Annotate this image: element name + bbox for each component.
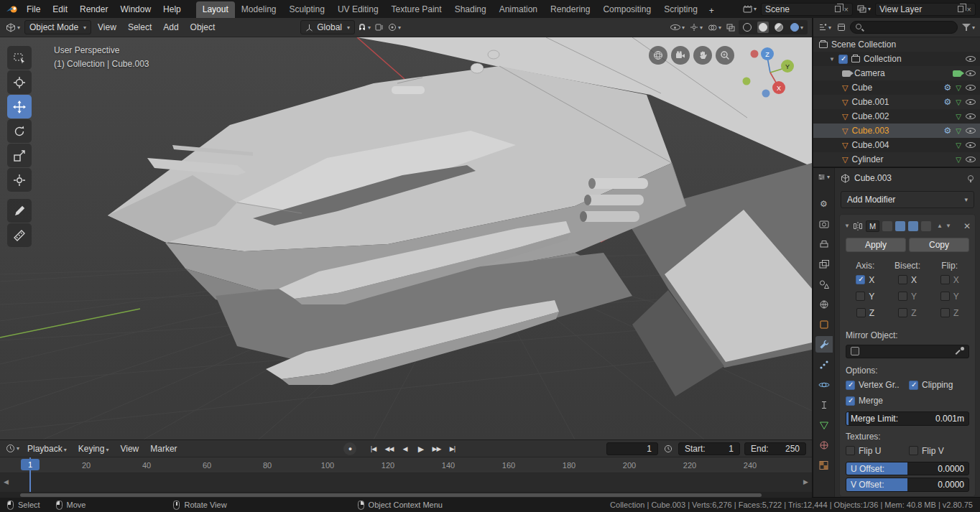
- remove-view-layer-icon[interactable]: ×: [967, 5, 971, 14]
- eye-icon[interactable]: [966, 155, 976, 164]
- axis-x-checkbox[interactable]: [856, 275, 865, 284]
- transform-tool[interactable]: [7, 168, 32, 192]
- shading-rendered-icon[interactable]: [789, 22, 805, 33]
- mesh-data-icon[interactable]: [956, 111, 961, 121]
- disclosure-icon[interactable]: ▼: [829, 56, 835, 62]
- unlink-scene-icon[interactable]: ×: [844, 5, 849, 14]
- timeline-scrollbar[interactable]: [0, 492, 812, 498]
- camera-data-icon[interactable]: [953, 70, 961, 77]
- tab-output[interactable]: [815, 236, 833, 252]
- play-reverse-button[interactable]: ◀: [398, 442, 412, 455]
- gizmos-icon[interactable]: [688, 22, 704, 33]
- outliner-row-cube[interactable]: Cube: [813, 80, 980, 95]
- modifier-move-down-icon[interactable]: ▼: [946, 223, 951, 229]
- viewport-3d[interactable]: User Perspective (1) Collection | Cube.0…: [0, 37, 812, 439]
- modifier-cage-toggle[interactable]: [921, 221, 931, 231]
- tab-layout[interactable]: Layout: [196, 1, 235, 18]
- overlays-icon[interactable]: [706, 22, 723, 33]
- blender-logo-icon[interactable]: [4, 3, 20, 16]
- collection-checkbox[interactable]: [838, 55, 848, 64]
- pan-hand-icon[interactable]: [693, 46, 712, 65]
- vertex-groups-checkbox[interactable]: [846, 381, 855, 390]
- flip-y-checkbox[interactable]: [940, 292, 950, 301]
- outliner-row-cube002[interactable]: Cube.002: [813, 109, 980, 124]
- tab-constraints[interactable]: [815, 396, 833, 413]
- modifier-name-field[interactable]: M: [866, 220, 879, 232]
- eye-icon[interactable]: [966, 83, 976, 92]
- measure-tool[interactable]: [7, 223, 32, 247]
- tab-view-layer[interactable]: [815, 256, 833, 272]
- view-layer-selector[interactable]: View Layer ×: [875, 3, 976, 16]
- frame-ruler[interactable]: 20 40 60 80 100 120 140 160 180 200 220 …: [0, 457, 812, 473]
- playback-menu[interactable]: Playback: [22, 441, 72, 457]
- tab-world[interactable]: [815, 296, 833, 312]
- annotate-tool[interactable]: [7, 199, 32, 223]
- marker-menu[interactable]: Marker: [145, 441, 182, 457]
- eye-icon[interactable]: [966, 112, 976, 121]
- prev-keyframe-button[interactable]: ◀◀: [382, 442, 396, 455]
- eyedropper-icon[interactable]: [956, 347, 964, 355]
- eye-icon[interactable]: [966, 55, 976, 63]
- snap-toggle-icon[interactable]: [374, 22, 385, 32]
- mirror-object-field[interactable]: [846, 345, 969, 359]
- jump-to-end-button[interactable]: ▶|: [445, 442, 459, 455]
- cursor-tool[interactable]: [7, 70, 32, 94]
- tab-scripting[interactable]: Scripting: [657, 1, 704, 18]
- tab-shading[interactable]: Shading: [448, 1, 493, 18]
- tab-uv-editing[interactable]: UV Editing: [331, 1, 385, 18]
- clipping-checkbox[interactable]: [909, 381, 918, 390]
- mode-dropdown[interactable]: Object Mode: [24, 20, 91, 34]
- view-menu[interactable]: View: [93, 19, 121, 35]
- outliner-display-mode-icon[interactable]: [836, 22, 847, 33]
- keyframe-track[interactable]: [0, 473, 812, 492]
- outliner-search-input[interactable]: [850, 21, 958, 34]
- transform-orientation-dropdown[interactable]: Global: [300, 20, 355, 34]
- mesh-data-icon[interactable]: [956, 83, 961, 93]
- axis-y-checkbox[interactable]: [856, 292, 865, 301]
- outliner-row-scene-collection[interactable]: Scene Collection: [813, 37, 980, 52]
- wrench-icon[interactable]: [944, 83, 952, 93]
- snap-magnet-icon[interactable]: [356, 22, 372, 33]
- play-button[interactable]: ▶: [414, 442, 427, 455]
- tab-object-data[interactable]: [815, 416, 833, 433]
- shading-wireframe-icon[interactable]: [741, 22, 753, 33]
- eye-icon[interactable]: [966, 98, 976, 106]
- camera-view-icon[interactable]: [671, 46, 690, 65]
- editor-type-timeline-icon[interactable]: [4, 442, 21, 455]
- merge-limit-slider[interactable]: Merge Limit: 0.001m: [846, 411, 969, 426]
- axis-z-checkbox[interactable]: [856, 308, 866, 317]
- eye-icon[interactable]: [966, 141, 976, 149]
- flip-u-checkbox[interactable]: [846, 446, 855, 455]
- tab-particles[interactable]: [815, 356, 833, 373]
- select-box-tool[interactable]: [7, 46, 32, 70]
- tab-rendering[interactable]: Rendering: [544, 1, 596, 18]
- modifier-realtime-toggle[interactable]: [895, 221, 905, 231]
- tab-material[interactable]: [815, 437, 833, 453]
- outliner-row-collection[interactable]: ▼ Collection: [813, 52, 980, 66]
- menu-window[interactable]: Window: [114, 2, 157, 17]
- playhead-frame-label[interactable]: 1: [21, 459, 40, 470]
- modifier-close-icon[interactable]: ✕: [963, 221, 971, 231]
- modifier-move-up-icon[interactable]: ▲: [937, 223, 943, 229]
- shading-material-icon[interactable]: [773, 22, 785, 33]
- wrench-icon[interactable]: [944, 126, 952, 136]
- tab-animation[interactable]: Animation: [493, 1, 544, 18]
- tab-sculpting[interactable]: Sculpting: [283, 1, 331, 18]
- next-keyframe-button[interactable]: ▶▶: [430, 442, 443, 455]
- v-offset-slider[interactable]: V Offset: 0.0000: [846, 478, 969, 492]
- start-frame-field[interactable]: Start: 1: [678, 442, 740, 455]
- spaceship-model[interactable]: [108, 37, 812, 396]
- pin-icon[interactable]: [966, 174, 974, 182]
- timeline-view-menu[interactable]: View: [115, 441, 144, 457]
- tab-texture[interactable]: [815, 457, 833, 473]
- tab-scene[interactable]: [815, 276, 833, 292]
- scene-browse-icon[interactable]: [741, 4, 758, 14]
- menu-help[interactable]: Help: [157, 2, 187, 17]
- zoom-icon[interactable]: [716, 46, 734, 65]
- mesh-data-icon[interactable]: [956, 126, 961, 136]
- outliner-filter-icon[interactable]: [961, 22, 976, 33]
- grid-sphere-icon[interactable]: [649, 46, 667, 65]
- editor-type-outliner-icon[interactable]: [817, 22, 833, 33]
- add-workspace-button[interactable]: +: [704, 4, 719, 18]
- bisect-x-checkbox[interactable]: [898, 275, 907, 284]
